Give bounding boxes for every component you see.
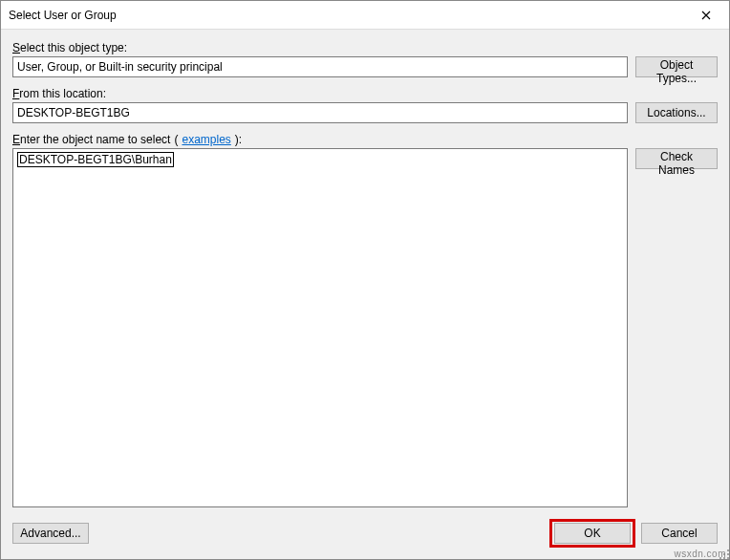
bottom-buttons: Advanced... OK Cancel	[12, 521, 718, 548]
object-name-group: Enter the object name to select (example…	[12, 133, 718, 519]
close-button[interactable]	[684, 2, 727, 29]
titlebar: Select User or Group	[1, 1, 729, 30]
ok-button[interactable]: OK	[554, 523, 631, 544]
object-type-row: Select this object type: Object Types...	[12, 41, 718, 77]
examples-link[interactable]: examples	[182, 133, 230, 146]
window-title: Select User or Group	[9, 9, 684, 22]
advanced-button[interactable]: Advanced...	[12, 523, 89, 544]
object-name-label-row: Enter the object name to select (example…	[12, 133, 718, 146]
object-name-label: Enter the object name to select	[12, 133, 170, 146]
svg-point-5	[727, 557, 729, 559]
object-type-input[interactable]	[12, 56, 628, 77]
object-types-button[interactable]: Object Types...	[635, 56, 718, 77]
location-row: From this location: Locations...	[12, 87, 718, 123]
watermark: wsxdn.com	[674, 549, 726, 559]
object-type-label: Select this object type:	[12, 41, 628, 54]
object-type-group: Select this object type:	[12, 41, 628, 77]
cancel-button[interactable]: Cancel	[641, 523, 718, 544]
object-name-value: DESKTOP-BEGT1BG\Burhan	[17, 152, 174, 167]
location-group: From this location:	[12, 87, 628, 123]
location-input[interactable]	[12, 102, 628, 123]
object-name-side: Check Names	[635, 148, 718, 169]
object-name-textarea[interactable]: DESKTOP-BEGT1BG\Burhan	[12, 148, 628, 507]
location-label: From this location:	[12, 87, 628, 100]
close-icon	[701, 11, 711, 20]
svg-point-0	[727, 549, 729, 551]
check-names-button[interactable]: Check Names	[635, 148, 718, 169]
locations-button[interactable]: Locations...	[635, 102, 718, 123]
dialog-content: Select this object type: Object Types...…	[1, 30, 729, 559]
object-name-row: DESKTOP-BEGT1BG\Burhan Check Names	[12, 148, 718, 507]
ok-highlight-box: OK	[551, 521, 633, 546]
svg-point-2	[727, 553, 729, 555]
dialog-window: Select User or Group Select this object …	[0, 0, 730, 560]
